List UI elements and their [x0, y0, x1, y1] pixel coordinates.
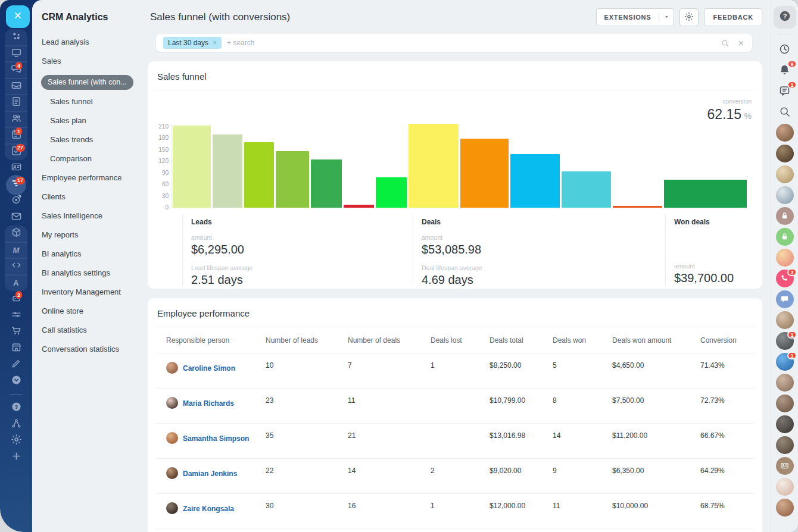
person-link[interactable]: Samantha Simpson [183, 434, 249, 443]
rail-item-add[interactable] [0, 449, 32, 466]
rail-item-documents[interactable] [0, 95, 32, 111]
rail-item-messenger[interactable]: 4 [0, 62, 32, 79]
menu-close-button[interactable] [6, 5, 30, 28]
funnel-bar-leads[interactable] [276, 151, 309, 208]
funnel-bar-deals[interactable] [460, 139, 509, 208]
rail-item-sites[interactable] [0, 226, 32, 242]
funnel-bar-deals[interactable] [510, 154, 560, 208]
rail-item-sign[interactable] [0, 356, 32, 373]
rail-item-market[interactable]: M [0, 242, 32, 259]
column-header[interactable]: Deals total [490, 336, 553, 345]
funnel-bar-leads[interactable] [173, 126, 211, 208]
column-header[interactable]: Conversion [700, 336, 754, 345]
nav-item[interactable]: Sales funnel (with con... [41, 75, 133, 90]
nav-item[interactable]: Call statistics [42, 326, 146, 334]
nav-item[interactable]: Sales Intelligence [42, 212, 146, 220]
rail-item-marketing[interactable] [0, 193, 32, 209]
column-header[interactable]: Number of deals [348, 336, 431, 345]
nav-item[interactable]: Conversation statistics [42, 345, 146, 353]
person-link[interactable]: Damian Jenkins [183, 470, 237, 478]
nav-item[interactable]: BI analytics settings [42, 269, 146, 277]
nav-item[interactable]: Inventory Management [42, 288, 146, 296]
extensions-button[interactable]: EXTENSIONS [596, 8, 675, 26]
history-icon[interactable] [778, 43, 791, 55]
rail-item-mail[interactable] [0, 209, 32, 226]
rail-item-copilot[interactable]: 2 [0, 291, 32, 308]
avatar[interactable] [776, 186, 794, 204]
avatar[interactable] [776, 415, 794, 433]
nav-item[interactable]: Employee performance [42, 174, 146, 181]
nav-item[interactable]: Sales plan [42, 117, 146, 124]
avatar[interactable] [776, 249, 794, 267]
nav-item[interactable]: Sales funnel [42, 98, 146, 105]
rail-item-more[interactable] [0, 373, 32, 390]
avatar[interactable] [776, 395, 794, 412]
column-header[interactable]: Deals won [553, 336, 612, 345]
rail-item-settings[interactable] [0, 433, 32, 449]
nav-item[interactable]: Clients [42, 193, 146, 201]
feedback-button[interactable]: FEEDBACK [704, 8, 762, 26]
nav-item[interactable]: Sales trends [42, 136, 146, 143]
filter-chip[interactable]: Last 30 days × [163, 37, 222, 49]
avatar[interactable] [776, 478, 794, 496]
column-header[interactable]: Deals lost [431, 336, 490, 345]
rail-item-inbox[interactable] [0, 79, 32, 95]
rail-item-contacts[interactable] [0, 160, 32, 177]
rail-item-help[interactable]: ? [0, 400, 32, 417]
nav-item[interactable]: Sales [42, 57, 146, 65]
person-link[interactable]: Caroline Simon [183, 364, 235, 373]
funnel-bar-leads[interactable] [244, 142, 274, 208]
funnel-bar-leads[interactable] [376, 177, 407, 208]
nav-item[interactable]: Online store [42, 307, 146, 315]
column-header[interactable]: Responsible person [166, 336, 266, 345]
lock-icon[interactable] [776, 207, 794, 225]
rail-item-store[interactable] [0, 324, 32, 340]
rail-item-tasks[interactable]: 27 [0, 144, 32, 161]
nav-item[interactable]: My reports [42, 231, 146, 239]
settings-button[interactable] [679, 8, 699, 26]
filter-search-bar[interactable]: Last 30 days × + search [156, 34, 752, 52]
avatar[interactable] [776, 145, 794, 162]
rail-item-calendar[interactable]: 1 [0, 127, 32, 144]
rail-item-devops[interactable] [0, 258, 32, 275]
search-icon[interactable] [721, 39, 730, 48]
chevron-down-icon[interactable] [659, 14, 674, 20]
avatar[interactable] [776, 499, 794, 517]
rail-item-rail-divider[interactable] [0, 389, 32, 400]
nav-item[interactable]: Lead analysis [42, 38, 146, 46]
rail-item-settings-sliders[interactable] [0, 308, 32, 324]
person-link[interactable]: Zaire Kongsala [183, 505, 234, 513]
column-header[interactable]: Deals won amount [612, 336, 700, 345]
avatar[interactable] [776, 374, 794, 392]
rail-item-automation[interactable]: A [0, 275, 32, 292]
column-header[interactable]: Number of leads [266, 336, 348, 345]
funnel-bar-leads[interactable] [311, 159, 342, 208]
chip-remove-icon[interactable]: × [213, 39, 217, 46]
nav-item[interactable]: Comparison [42, 155, 146, 162]
clear-search-icon[interactable] [737, 39, 745, 47]
idcard-icon[interactable] [776, 457, 794, 475]
rail-item-employees[interactable] [0, 111, 32, 128]
table-header: Responsible person Number of leads Numbe… [156, 327, 754, 353]
avatar[interactable] [776, 165, 794, 183]
rail-item-structure[interactable] [0, 417, 32, 433]
funnel-bar-deals[interactable] [613, 206, 662, 208]
funnel-bar-deals[interactable] [409, 124, 459, 208]
avatar[interactable] [776, 436, 794, 454]
search-icon[interactable] [778, 105, 791, 118]
avatar[interactable] [776, 311, 794, 329]
rail-item-feed[interactable] [0, 46, 32, 62]
funnel-bar-leads[interactable] [344, 205, 374, 208]
funnel-bar-leads[interactable] [213, 134, 242, 208]
rail-item-pulse[interactable] [0, 29, 32, 46]
rail-item-warehouse[interactable] [0, 340, 32, 357]
lock-icon[interactable] [776, 228, 794, 246]
help-button[interactable]: ? [774, 6, 796, 29]
nav-item[interactable]: BI analytics [42, 250, 146, 258]
funnel-bar-won-deals[interactable] [664, 180, 747, 208]
chat-people-icon[interactable] [776, 290, 794, 308]
funnel-bar-deals[interactable] [562, 171, 611, 208]
person-link[interactable]: Maria Richards [183, 399, 234, 408]
avatar[interactable] [776, 124, 794, 142]
rail-item-crm[interactable]: 17 [0, 177, 32, 193]
